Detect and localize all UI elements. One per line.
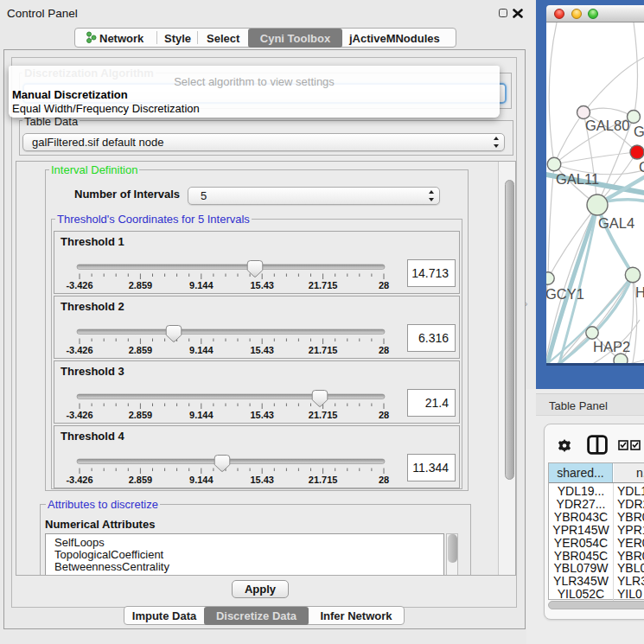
- svg-text:15.43: 15.43: [250, 345, 274, 355]
- svg-text:-3.426: -3.426: [66, 475, 92, 485]
- svg-text:2.859: 2.859: [129, 345, 153, 355]
- svg-text:2.859: 2.859: [129, 410, 153, 420]
- svg-text:9.144: 9.144: [189, 280, 214, 290]
- svg-text:-3.426: -3.426: [66, 345, 92, 355]
- svg-text:GAL80: GAL80: [585, 118, 629, 133]
- svg-text:9.144: 9.144: [189, 345, 214, 355]
- svg-text:15.43: 15.43: [250, 475, 274, 485]
- svg-text:21.715: 21.715: [309, 280, 338, 290]
- svg-text:GAL4: GAL4: [598, 215, 634, 231]
- svg-text:GAL: GAL: [634, 124, 644, 139]
- svg-text:HI: HI: [635, 284, 644, 300]
- svg-text:28: 28: [379, 280, 389, 290]
- svg-text:9.144: 9.144: [189, 410, 214, 420]
- svg-text:GCY1: GCY1: [546, 286, 584, 302]
- svg-text:GAL11: GAL11: [556, 171, 599, 187]
- svg-text:-3.426: -3.426: [66, 280, 92, 290]
- svg-text:15.43: 15.43: [250, 280, 274, 290]
- svg-text:2.859: 2.859: [129, 475, 153, 485]
- svg-text:21.715: 21.715: [309, 345, 338, 355]
- svg-text:21.715: 21.715: [309, 475, 338, 485]
- svg-text:28: 28: [379, 410, 389, 420]
- svg-text:28: 28: [379, 475, 389, 485]
- svg-text:HAP2: HAP2: [593, 339, 630, 354]
- svg-text:9.144: 9.144: [189, 475, 214, 485]
- svg-text:15.43: 15.43: [250, 410, 274, 420]
- svg-text:-3.426: -3.426: [66, 410, 92, 420]
- svg-text:21.715: 21.715: [309, 410, 338, 420]
- svg-text:C: C: [639, 159, 644, 175]
- svg-text:2.859: 2.859: [129, 280, 153, 290]
- svg-text:28: 28: [379, 345, 389, 355]
